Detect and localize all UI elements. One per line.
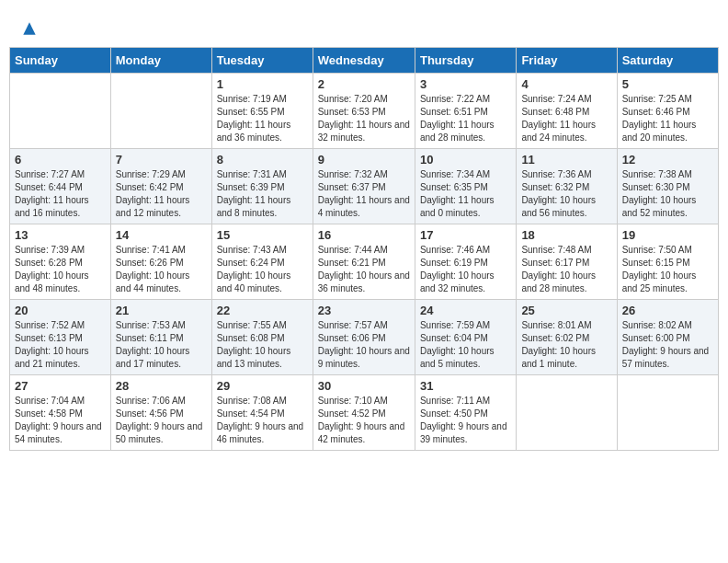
calendar-cell: 14Sunrise: 7:41 AM Sunset: 6:26 PM Dayli… xyxy=(110,224,211,300)
day-detail: Sunrise: 7:44 AM Sunset: 6:21 PM Dayligh… xyxy=(318,244,410,295)
day-number: 6 xyxy=(15,153,106,167)
day-detail: Sunrise: 7:48 AM Sunset: 6:17 PM Dayligh… xyxy=(521,244,611,295)
day-detail: Sunrise: 7:53 AM Sunset: 6:11 PM Dayligh… xyxy=(116,319,207,371)
day-detail: Sunrise: 7:52 AM Sunset: 6:13 PM Dayligh… xyxy=(15,319,106,371)
calendar-cell: 27Sunrise: 7:04 AM Sunset: 4:58 PM Dayli… xyxy=(10,375,111,451)
day-header-sunday: Sunday xyxy=(10,48,111,74)
calendar-cell: 9Sunrise: 7:32 AM Sunset: 6:37 PM Daylig… xyxy=(313,149,415,224)
calendar-cell: 2Sunrise: 7:20 AM Sunset: 6:53 PM Daylig… xyxy=(313,74,415,149)
logo xyxy=(18,18,39,38)
day-number: 24 xyxy=(420,304,511,317)
calendar-cell: 25Sunrise: 8:01 AM Sunset: 6:02 PM Dayli… xyxy=(517,300,617,375)
day-detail: Sunrise: 7:59 AM Sunset: 6:04 PM Dayligh… xyxy=(420,319,511,371)
calendar-cell: 28Sunrise: 7:06 AM Sunset: 4:56 PM Dayli… xyxy=(110,375,211,451)
day-detail: Sunrise: 7:20 AM Sunset: 6:53 PM Dayligh… xyxy=(318,93,410,144)
calendar-header-row: SundayMondayTuesdayWednesdayThursdayFrid… xyxy=(10,48,719,74)
day-number: 30 xyxy=(318,379,410,393)
day-detail: Sunrise: 7:34 AM Sunset: 6:35 PM Dayligh… xyxy=(420,168,511,220)
day-number: 12 xyxy=(622,153,713,167)
day-detail: Sunrise: 7:32 AM Sunset: 6:37 PM Dayligh… xyxy=(318,168,410,220)
calendar-cell: 4Sunrise: 7:24 AM Sunset: 6:48 PM Daylig… xyxy=(517,74,617,149)
day-number: 25 xyxy=(521,304,611,317)
calendar-cell: 13Sunrise: 7:39 AM Sunset: 6:28 PM Dayli… xyxy=(10,224,111,300)
day-number: 11 xyxy=(521,153,611,167)
day-number: 8 xyxy=(217,153,308,167)
day-detail: Sunrise: 7:27 AM Sunset: 6:44 PM Dayligh… xyxy=(15,168,106,220)
day-detail: Sunrise: 7:46 AM Sunset: 6:19 PM Dayligh… xyxy=(420,244,511,295)
calendar-week-row: 20Sunrise: 7:52 AM Sunset: 6:13 PM Dayli… xyxy=(10,300,719,375)
calendar-cell: 26Sunrise: 8:02 AM Sunset: 6:00 PM Dayli… xyxy=(617,300,718,375)
calendar-cell xyxy=(10,74,111,149)
day-detail: Sunrise: 8:01 AM Sunset: 6:02 PM Dayligh… xyxy=(521,319,611,371)
day-header-wednesday: Wednesday xyxy=(313,48,415,74)
day-number: 5 xyxy=(622,77,713,91)
day-number: 17 xyxy=(420,228,511,242)
calendar-cell: 17Sunrise: 7:46 AM Sunset: 6:19 PM Dayli… xyxy=(415,224,516,300)
day-detail: Sunrise: 7:38 AM Sunset: 6:30 PM Dayligh… xyxy=(622,168,713,220)
calendar-cell: 30Sunrise: 7:10 AM Sunset: 4:52 PM Dayli… xyxy=(313,375,415,451)
day-number: 7 xyxy=(116,153,207,167)
day-detail: Sunrise: 7:22 AM Sunset: 6:51 PM Dayligh… xyxy=(420,93,511,144)
calendar-cell: 16Sunrise: 7:44 AM Sunset: 6:21 PM Dayli… xyxy=(313,224,415,300)
day-detail: Sunrise: 7:43 AM Sunset: 6:24 PM Dayligh… xyxy=(217,244,308,295)
day-number: 4 xyxy=(521,77,611,91)
day-detail: Sunrise: 7:36 AM Sunset: 6:32 PM Dayligh… xyxy=(521,168,611,220)
calendar-cell xyxy=(517,375,617,451)
calendar-cell: 20Sunrise: 7:52 AM Sunset: 6:13 PM Dayli… xyxy=(10,300,111,375)
calendar-week-row: 27Sunrise: 7:04 AM Sunset: 4:58 PM Dayli… xyxy=(10,375,719,451)
day-detail: Sunrise: 7:24 AM Sunset: 6:48 PM Dayligh… xyxy=(521,93,611,144)
day-detail: Sunrise: 7:57 AM Sunset: 6:06 PM Dayligh… xyxy=(318,319,410,371)
calendar-cell: 23Sunrise: 7:57 AM Sunset: 6:06 PM Dayli… xyxy=(313,300,415,375)
day-number: 3 xyxy=(420,77,511,91)
day-number: 19 xyxy=(622,228,713,242)
calendar-cell: 29Sunrise: 7:08 AM Sunset: 4:54 PM Dayli… xyxy=(211,375,313,451)
calendar-cell: 31Sunrise: 7:11 AM Sunset: 4:50 PM Dayli… xyxy=(415,375,516,451)
calendar-cell xyxy=(110,74,211,149)
calendar-week-row: 13Sunrise: 7:39 AM Sunset: 6:28 PM Dayli… xyxy=(10,224,719,300)
calendar-cell: 6Sunrise: 7:27 AM Sunset: 6:44 PM Daylig… xyxy=(10,149,111,224)
day-number: 18 xyxy=(521,228,611,242)
day-number: 16 xyxy=(318,228,410,242)
day-number: 2 xyxy=(318,77,410,91)
day-detail: Sunrise: 7:29 AM Sunset: 6:42 PM Dayligh… xyxy=(116,168,207,220)
day-detail: Sunrise: 7:19 AM Sunset: 6:55 PM Dayligh… xyxy=(217,93,308,144)
calendar-cell: 15Sunrise: 7:43 AM Sunset: 6:24 PM Dayli… xyxy=(211,224,313,300)
calendar-cell: 5Sunrise: 7:25 AM Sunset: 6:46 PM Daylig… xyxy=(617,74,718,149)
day-number: 15 xyxy=(217,228,308,242)
day-number: 10 xyxy=(420,153,511,167)
day-detail: Sunrise: 7:41 AM Sunset: 6:26 PM Dayligh… xyxy=(116,244,207,295)
day-number: 31 xyxy=(420,379,511,393)
calendar-cell: 19Sunrise: 7:50 AM Sunset: 6:15 PM Dayli… xyxy=(617,224,718,300)
day-detail: Sunrise: 7:39 AM Sunset: 6:28 PM Dayligh… xyxy=(15,244,106,295)
day-number: 1 xyxy=(217,77,308,91)
logo-icon xyxy=(20,19,39,38)
day-detail: Sunrise: 7:55 AM Sunset: 6:08 PM Dayligh… xyxy=(217,319,308,371)
day-detail: Sunrise: 7:08 AM Sunset: 4:54 PM Dayligh… xyxy=(217,395,308,446)
calendar-cell: 12Sunrise: 7:38 AM Sunset: 6:30 PM Dayli… xyxy=(617,149,718,224)
day-header-saturday: Saturday xyxy=(617,48,718,74)
calendar-cell: 24Sunrise: 7:59 AM Sunset: 6:04 PM Dayli… xyxy=(415,300,516,375)
day-number: 27 xyxy=(15,379,106,393)
day-header-monday: Monday xyxy=(110,48,211,74)
day-number: 9 xyxy=(318,153,410,167)
day-detail: Sunrise: 8:02 AM Sunset: 6:00 PM Dayligh… xyxy=(622,319,713,371)
day-number: 23 xyxy=(318,304,410,317)
calendar-week-row: 6Sunrise: 7:27 AM Sunset: 6:44 PM Daylig… xyxy=(10,149,719,224)
day-header-tuesday: Tuesday xyxy=(211,48,313,74)
day-number: 14 xyxy=(116,228,207,242)
day-detail: Sunrise: 7:31 AM Sunset: 6:39 PM Dayligh… xyxy=(217,168,308,220)
svg-marker-0 xyxy=(23,22,35,34)
day-header-thursday: Thursday xyxy=(415,48,516,74)
day-number: 26 xyxy=(622,304,713,317)
day-detail: Sunrise: 7:25 AM Sunset: 6:46 PM Dayligh… xyxy=(622,93,713,144)
day-number: 22 xyxy=(217,304,308,317)
calendar-cell: 8Sunrise: 7:31 AM Sunset: 6:39 PM Daylig… xyxy=(211,149,313,224)
calendar-cell: 10Sunrise: 7:34 AM Sunset: 6:35 PM Dayli… xyxy=(415,149,516,224)
calendar-cell: 7Sunrise: 7:29 AM Sunset: 6:42 PM Daylig… xyxy=(110,149,211,224)
day-number: 21 xyxy=(116,304,207,317)
day-detail: Sunrise: 7:04 AM Sunset: 4:58 PM Dayligh… xyxy=(15,395,106,446)
day-number: 13 xyxy=(15,228,106,242)
day-detail: Sunrise: 7:11 AM Sunset: 4:50 PM Dayligh… xyxy=(420,395,511,446)
calendar-cell xyxy=(617,375,718,451)
calendar-cell: 1Sunrise: 7:19 AM Sunset: 6:55 PM Daylig… xyxy=(211,74,313,149)
